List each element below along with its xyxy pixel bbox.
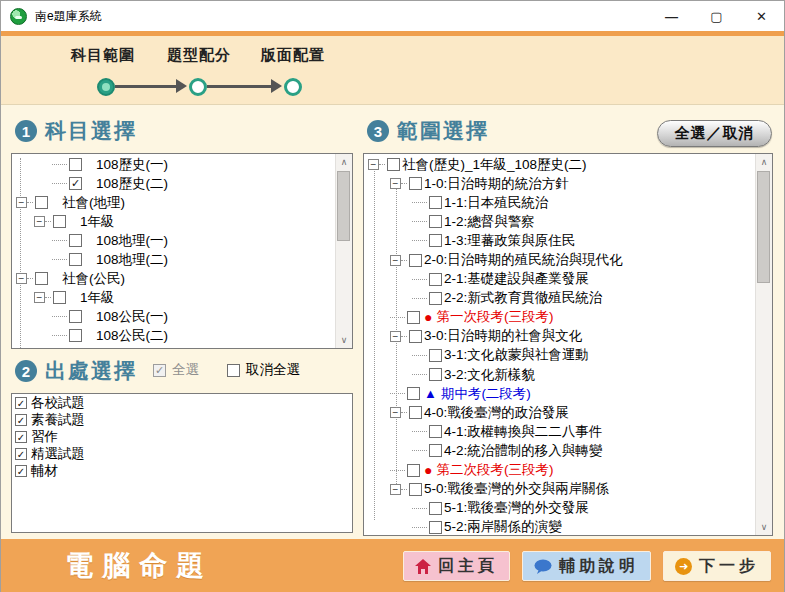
select-all-toggle-button[interactable]: 全選／取消 xyxy=(657,120,772,147)
scroll-down-icon[interactable]: ∨ xyxy=(756,519,772,535)
tree-node-label[interactable]: 108歷史(二) xyxy=(96,175,168,193)
tree-checkbox[interactable] xyxy=(429,215,442,228)
tree-node-label[interactable]: 5-1:戰後臺灣的外交發展 xyxy=(444,499,589,517)
source-checkbox[interactable]: ✓ xyxy=(15,431,27,443)
step-label-2: 題型配分 xyxy=(167,46,231,65)
tree-node-label[interactable]: 3-1:文化啟蒙與社會運動 xyxy=(444,346,589,364)
step-circle-1[interactable] xyxy=(97,78,115,96)
expander-icon[interactable]: − xyxy=(34,292,45,303)
tree-checkbox[interactable] xyxy=(429,425,442,438)
tree-checkbox[interactable] xyxy=(429,444,442,457)
tree-node-label[interactable]: 期中考(二段考) xyxy=(441,385,531,403)
tree-node-label[interactable]: 4-1:政權轉換與二二八事件 xyxy=(444,423,602,441)
tree-checkbox[interactable] xyxy=(429,234,442,247)
tree-checkbox[interactable] xyxy=(407,311,420,324)
source-checkbox[interactable]: ✓ xyxy=(15,397,27,409)
help-button[interactable]: 輔助說明 xyxy=(522,551,651,581)
tree-checkbox[interactable] xyxy=(53,215,66,228)
tree-checkbox[interactable] xyxy=(407,464,420,477)
tree-node-label[interactable]: 1年級 xyxy=(80,213,115,231)
expander-icon[interactable]: − xyxy=(390,484,401,495)
tree-node-label[interactable]: 3-0:日治時期的社會與文化 xyxy=(424,327,582,345)
tree-checkbox[interactable] xyxy=(35,196,48,209)
tree-node-label[interactable]: 2-2:新式教育貫徹殖民統治 xyxy=(444,289,602,307)
expander-icon[interactable]: − xyxy=(16,273,27,284)
tree-checkbox[interactable] xyxy=(429,349,442,362)
home-button[interactable]: 回主頁 xyxy=(403,551,510,581)
tree-node-label[interactable]: 108地理(一) xyxy=(96,232,168,250)
tree-checkbox[interactable] xyxy=(53,291,66,304)
tree-checkbox[interactable] xyxy=(409,254,422,267)
tree-node-label[interactable]: 歷屆試題 xyxy=(62,346,116,349)
minimize-button[interactable]: — xyxy=(649,1,694,31)
step-circle-2[interactable] xyxy=(189,78,207,96)
range-tree-scrollbar[interactable]: ∧ ∨ xyxy=(755,154,772,535)
tree-node-label[interactable]: 5-0:戰後臺灣的外交與兩岸關係 xyxy=(424,480,609,498)
deselect-all-label: 取消全選 xyxy=(246,361,300,379)
expander-icon[interactable]: − xyxy=(16,197,27,208)
tree-node-label[interactable]: 2-1:基礎建設與產業發展 xyxy=(444,270,589,288)
tree-node-label[interactable]: 1-1:日本殖民統治 xyxy=(444,194,548,212)
close-button[interactable]: ✕ xyxy=(739,1,784,31)
tree-checkbox[interactable] xyxy=(429,502,442,515)
tree-checkbox[interactable] xyxy=(69,158,82,171)
tree-node-label[interactable]: 108地理(二) xyxy=(96,251,168,269)
tree-checkbox[interactable] xyxy=(429,292,442,305)
tree-checkbox[interactable] xyxy=(69,329,82,342)
tree-node-label[interactable]: 108公民(二) xyxy=(96,327,168,345)
tree-checkbox[interactable] xyxy=(387,158,400,171)
tree-node-label[interactable]: 4-0:戰後臺灣的政治發展 xyxy=(424,404,569,422)
tree-checkbox[interactable] xyxy=(429,196,442,209)
tree-node-label[interactable]: 社會(地理) xyxy=(62,194,125,212)
source-checkbox[interactable]: ✓ xyxy=(15,448,27,460)
scroll-thumb[interactable] xyxy=(337,171,350,241)
tree-node-label[interactable]: 108公民(一) xyxy=(96,308,168,326)
scroll-thumb[interactable] xyxy=(757,171,770,283)
tree-checkbox[interactable] xyxy=(69,310,82,323)
tree-node-label[interactable]: 4-2:統治體制的移入與轉變 xyxy=(444,442,602,460)
source-checkbox[interactable]: ✓ xyxy=(15,414,27,426)
deselect-all-checkbox[interactable] xyxy=(227,364,240,377)
tree-node-label[interactable]: 社會(歷史)_1年級_108歷史(二) xyxy=(402,156,587,174)
tree-checkbox[interactable] xyxy=(409,330,422,343)
tree-node-label[interactable]: 5-2:兩岸關係的演變 xyxy=(444,518,562,535)
tree-checkbox[interactable] xyxy=(409,177,422,190)
tree-node-label[interactable]: 2-0:日治時期的殖民統治與現代化 xyxy=(424,251,623,269)
tree-checkbox[interactable] xyxy=(409,483,422,496)
scroll-down-icon[interactable]: ∨ xyxy=(336,332,352,348)
expander-icon[interactable]: − xyxy=(368,159,379,170)
tree-checkbox[interactable] xyxy=(429,273,442,286)
source-checkbox[interactable]: ✓ xyxy=(15,465,27,477)
maximize-button[interactable]: ▢ xyxy=(694,1,739,31)
tree-node-label[interactable]: 1-2:總督與警察 xyxy=(444,213,535,231)
tree-node-label[interactable]: 3-2:文化新樣貌 xyxy=(444,366,535,384)
tree-checkbox[interactable] xyxy=(69,253,82,266)
range-section-header: 3 範圍選擇 xyxy=(367,117,489,145)
tree-checkbox[interactable] xyxy=(429,521,442,534)
expander-icon[interactable]: − xyxy=(34,216,45,227)
tree-node-label[interactable]: 1-3:理蕃政策與原住民 xyxy=(444,232,575,250)
scroll-up-icon[interactable]: ∧ xyxy=(336,154,352,170)
tree-checkbox[interactable] xyxy=(429,368,442,381)
step-circle-3[interactable] xyxy=(284,78,302,96)
tree-row: −5-0:戰後臺灣的外交與兩岸關係 xyxy=(364,480,755,499)
tree-checkbox[interactable] xyxy=(409,406,422,419)
scroll-up-icon[interactable]: ∧ xyxy=(756,154,772,170)
tree-node-label[interactable]: 1年級 xyxy=(80,289,115,307)
tree-node-label[interactable]: 社會(公民) xyxy=(62,270,125,288)
tree-node-label[interactable]: 1-0:日治時期的統治方針 xyxy=(424,175,569,193)
subject-tree-scrollbar[interactable]: ∧ ∨ xyxy=(335,154,352,348)
expander-icon[interactable]: − xyxy=(390,255,401,266)
select-all-checkbox[interactable]: ✓ xyxy=(153,364,166,377)
expander-icon[interactable]: − xyxy=(390,331,401,342)
tree-checkbox[interactable] xyxy=(35,272,48,285)
tree-checkbox[interactable]: ✓ xyxy=(69,177,82,190)
tree-node-label[interactable]: 第二次段考(三段考) xyxy=(436,461,553,479)
tree-node-label[interactable]: 第一次段考(三段考) xyxy=(436,308,553,326)
expander-icon[interactable]: − xyxy=(390,178,401,189)
tree-checkbox[interactable] xyxy=(407,387,420,400)
expander-icon[interactable]: − xyxy=(390,407,401,418)
tree-checkbox[interactable] xyxy=(69,234,82,247)
tree-node-label[interactable]: 108歷史(一) xyxy=(96,156,168,174)
next-step-button[interactable]: ➜下一步 xyxy=(663,551,771,581)
